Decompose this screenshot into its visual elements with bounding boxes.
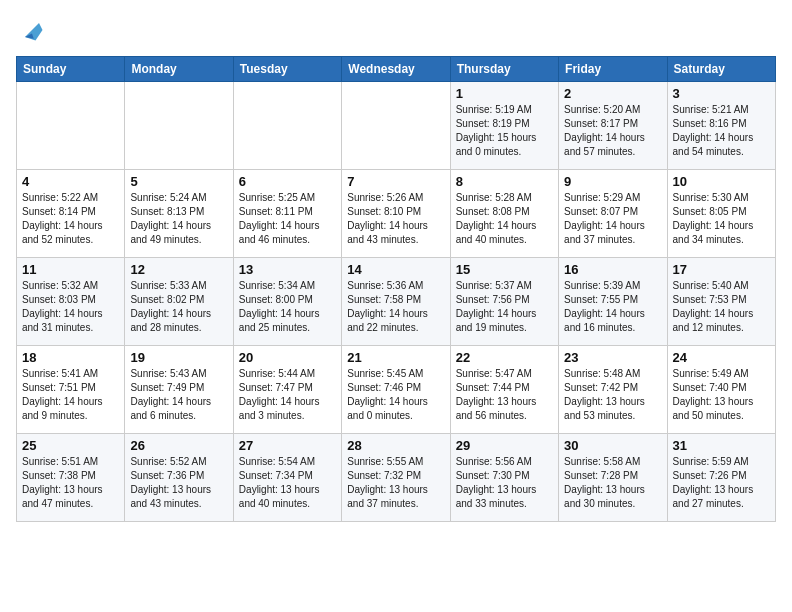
calendar-cell [17, 82, 125, 170]
day-number: 31 [673, 438, 770, 453]
svg-marker-0 [25, 23, 43, 41]
day-number: 29 [456, 438, 553, 453]
calendar-cell: 17Sunrise: 5:40 AM Sunset: 7:53 PM Dayli… [667, 258, 775, 346]
calendar-cell: 26Sunrise: 5:52 AM Sunset: 7:36 PM Dayli… [125, 434, 233, 522]
day-number: 13 [239, 262, 336, 277]
day-number: 18 [22, 350, 119, 365]
calendar-cell: 18Sunrise: 5:41 AM Sunset: 7:51 PM Dayli… [17, 346, 125, 434]
day-info: Sunrise: 5:28 AM Sunset: 8:08 PM Dayligh… [456, 191, 553, 247]
calendar-cell [342, 82, 450, 170]
day-number: 12 [130, 262, 227, 277]
day-number: 30 [564, 438, 661, 453]
day-number: 16 [564, 262, 661, 277]
day-number: 17 [673, 262, 770, 277]
day-number: 14 [347, 262, 444, 277]
calendar-cell: 28Sunrise: 5:55 AM Sunset: 7:32 PM Dayli… [342, 434, 450, 522]
day-number: 3 [673, 86, 770, 101]
day-number: 4 [22, 174, 119, 189]
day-info: Sunrise: 5:48 AM Sunset: 7:42 PM Dayligh… [564, 367, 661, 423]
page-header [16, 16, 776, 44]
calendar-cell: 30Sunrise: 5:58 AM Sunset: 7:28 PM Dayli… [559, 434, 667, 522]
calendar-cell: 10Sunrise: 5:30 AM Sunset: 8:05 PM Dayli… [667, 170, 775, 258]
day-number: 24 [673, 350, 770, 365]
day-number: 25 [22, 438, 119, 453]
day-number: 7 [347, 174, 444, 189]
calendar-cell: 12Sunrise: 5:33 AM Sunset: 8:02 PM Dayli… [125, 258, 233, 346]
day-info: Sunrise: 5:55 AM Sunset: 7:32 PM Dayligh… [347, 455, 444, 511]
calendar-cell: 15Sunrise: 5:37 AM Sunset: 7:56 PM Dayli… [450, 258, 558, 346]
day-info: Sunrise: 5:36 AM Sunset: 7:58 PM Dayligh… [347, 279, 444, 335]
day-number: 26 [130, 438, 227, 453]
week-row-1: 1Sunrise: 5:19 AM Sunset: 8:19 PM Daylig… [17, 82, 776, 170]
day-info: Sunrise: 5:34 AM Sunset: 8:00 PM Dayligh… [239, 279, 336, 335]
calendar-cell [125, 82, 233, 170]
day-info: Sunrise: 5:19 AM Sunset: 8:19 PM Dayligh… [456, 103, 553, 159]
day-info: Sunrise: 5:24 AM Sunset: 8:13 PM Dayligh… [130, 191, 227, 247]
calendar-cell: 23Sunrise: 5:48 AM Sunset: 7:42 PM Dayli… [559, 346, 667, 434]
day-info: Sunrise: 5:33 AM Sunset: 8:02 PM Dayligh… [130, 279, 227, 335]
day-number: 2 [564, 86, 661, 101]
calendar-cell: 4Sunrise: 5:22 AM Sunset: 8:14 PM Daylig… [17, 170, 125, 258]
weekday-header-row: SundayMondayTuesdayWednesdayThursdayFrid… [17, 57, 776, 82]
day-info: Sunrise: 5:49 AM Sunset: 7:40 PM Dayligh… [673, 367, 770, 423]
calendar-cell: 6Sunrise: 5:25 AM Sunset: 8:11 PM Daylig… [233, 170, 341, 258]
day-info: Sunrise: 5:40 AM Sunset: 7:53 PM Dayligh… [673, 279, 770, 335]
day-number: 11 [22, 262, 119, 277]
day-info: Sunrise: 5:20 AM Sunset: 8:17 PM Dayligh… [564, 103, 661, 159]
day-number: 9 [564, 174, 661, 189]
calendar-cell: 1Sunrise: 5:19 AM Sunset: 8:19 PM Daylig… [450, 82, 558, 170]
day-info: Sunrise: 5:29 AM Sunset: 8:07 PM Dayligh… [564, 191, 661, 247]
calendar-cell: 9Sunrise: 5:29 AM Sunset: 8:07 PM Daylig… [559, 170, 667, 258]
logo [16, 16, 46, 44]
day-info: Sunrise: 5:43 AM Sunset: 7:49 PM Dayligh… [130, 367, 227, 423]
day-number: 20 [239, 350, 336, 365]
day-info: Sunrise: 5:47 AM Sunset: 7:44 PM Dayligh… [456, 367, 553, 423]
day-info: Sunrise: 5:22 AM Sunset: 8:14 PM Dayligh… [22, 191, 119, 247]
week-row-3: 11Sunrise: 5:32 AM Sunset: 8:03 PM Dayli… [17, 258, 776, 346]
calendar-cell: 7Sunrise: 5:26 AM Sunset: 8:10 PM Daylig… [342, 170, 450, 258]
weekday-header-sunday: Sunday [17, 57, 125, 82]
calendar-cell: 13Sunrise: 5:34 AM Sunset: 8:00 PM Dayli… [233, 258, 341, 346]
day-info: Sunrise: 5:32 AM Sunset: 8:03 PM Dayligh… [22, 279, 119, 335]
day-info: Sunrise: 5:41 AM Sunset: 7:51 PM Dayligh… [22, 367, 119, 423]
day-info: Sunrise: 5:59 AM Sunset: 7:26 PM Dayligh… [673, 455, 770, 511]
calendar-cell: 2Sunrise: 5:20 AM Sunset: 8:17 PM Daylig… [559, 82, 667, 170]
day-info: Sunrise: 5:56 AM Sunset: 7:30 PM Dayligh… [456, 455, 553, 511]
weekday-header-friday: Friday [559, 57, 667, 82]
day-info: Sunrise: 5:37 AM Sunset: 7:56 PM Dayligh… [456, 279, 553, 335]
calendar-cell: 29Sunrise: 5:56 AM Sunset: 7:30 PM Dayli… [450, 434, 558, 522]
day-number: 22 [456, 350, 553, 365]
week-row-5: 25Sunrise: 5:51 AM Sunset: 7:38 PM Dayli… [17, 434, 776, 522]
calendar-cell: 14Sunrise: 5:36 AM Sunset: 7:58 PM Dayli… [342, 258, 450, 346]
calendar-cell: 19Sunrise: 5:43 AM Sunset: 7:49 PM Dayli… [125, 346, 233, 434]
weekday-header-tuesday: Tuesday [233, 57, 341, 82]
day-info: Sunrise: 5:39 AM Sunset: 7:55 PM Dayligh… [564, 279, 661, 335]
logo-icon [18, 16, 46, 44]
day-number: 21 [347, 350, 444, 365]
day-number: 15 [456, 262, 553, 277]
day-number: 10 [673, 174, 770, 189]
day-info: Sunrise: 5:58 AM Sunset: 7:28 PM Dayligh… [564, 455, 661, 511]
calendar-cell: 25Sunrise: 5:51 AM Sunset: 7:38 PM Dayli… [17, 434, 125, 522]
calendar-cell: 8Sunrise: 5:28 AM Sunset: 8:08 PM Daylig… [450, 170, 558, 258]
day-number: 28 [347, 438, 444, 453]
day-info: Sunrise: 5:51 AM Sunset: 7:38 PM Dayligh… [22, 455, 119, 511]
day-info: Sunrise: 5:45 AM Sunset: 7:46 PM Dayligh… [347, 367, 444, 423]
calendar-cell: 3Sunrise: 5:21 AM Sunset: 8:16 PM Daylig… [667, 82, 775, 170]
day-number: 5 [130, 174, 227, 189]
calendar-cell: 20Sunrise: 5:44 AM Sunset: 7:47 PM Dayli… [233, 346, 341, 434]
calendar-cell: 31Sunrise: 5:59 AM Sunset: 7:26 PM Dayli… [667, 434, 775, 522]
day-info: Sunrise: 5:44 AM Sunset: 7:47 PM Dayligh… [239, 367, 336, 423]
day-number: 19 [130, 350, 227, 365]
week-row-4: 18Sunrise: 5:41 AM Sunset: 7:51 PM Dayli… [17, 346, 776, 434]
day-info: Sunrise: 5:21 AM Sunset: 8:16 PM Dayligh… [673, 103, 770, 159]
calendar-cell: 27Sunrise: 5:54 AM Sunset: 7:34 PM Dayli… [233, 434, 341, 522]
calendar-cell: 22Sunrise: 5:47 AM Sunset: 7:44 PM Dayli… [450, 346, 558, 434]
day-info: Sunrise: 5:54 AM Sunset: 7:34 PM Dayligh… [239, 455, 336, 511]
day-info: Sunrise: 5:25 AM Sunset: 8:11 PM Dayligh… [239, 191, 336, 247]
calendar-table: SundayMondayTuesdayWednesdayThursdayFrid… [16, 56, 776, 522]
week-row-2: 4Sunrise: 5:22 AM Sunset: 8:14 PM Daylig… [17, 170, 776, 258]
weekday-header-monday: Monday [125, 57, 233, 82]
day-number: 8 [456, 174, 553, 189]
day-info: Sunrise: 5:26 AM Sunset: 8:10 PM Dayligh… [347, 191, 444, 247]
